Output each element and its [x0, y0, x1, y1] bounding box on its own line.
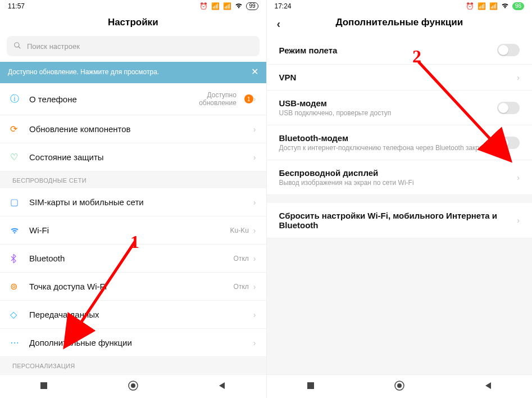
section-personalization: ПЕРСОНАЛИЗАЦИЯ	[0, 357, 266, 374]
alarm-icon: ⏰	[199, 2, 208, 10]
overview-button[interactable]	[40, 382, 48, 392]
row-label: Wi-Fi	[29, 225, 230, 235]
left-screen: 11:57 ⏰ 📶 📶 99 Настройки Поиск настроек …	[0, 0, 266, 398]
row-more-functions[interactable]: ⋯ Дополнительные функции ›	[0, 329, 266, 357]
row-subtitle: Доступ к интернет-подключению телефона ч…	[279, 144, 498, 152]
signal-icon: 📶	[223, 2, 231, 10]
wifi-icon	[501, 2, 509, 10]
wifi-icon	[235, 2, 243, 10]
shield-icon: ♡	[10, 152, 29, 162]
overview-button[interactable]	[307, 382, 315, 392]
right-screen: 17:24 ⏰ 📶 📶 96 ‹ Дополнительные функции …	[266, 0, 533, 398]
row-title: VPN	[279, 73, 517, 82]
chevron-right-icon: ›	[517, 173, 520, 182]
alarm-icon: ⏰	[466, 2, 474, 10]
row-value: Откл	[234, 283, 249, 291]
svg-point-4	[131, 383, 135, 388]
chevron-right-icon: ›	[517, 73, 520, 82]
row-sim[interactable]: ▢ SIM-карты и мобильные сети ›	[0, 188, 266, 216]
signal-icon: 📶	[211, 2, 220, 10]
row-label: Точка доступа Wi-Fi	[29, 282, 234, 291]
row-title: Bluetooth-модем	[279, 133, 498, 143]
annotation-number-1: 1	[130, 232, 139, 252]
section-wireless: БЕСПРОВОДНЫЕ СЕТИ	[0, 171, 266, 188]
home-button[interactable]	[394, 381, 404, 393]
empty-area	[267, 238, 533, 374]
close-icon[interactable]: ✕	[247, 67, 258, 76]
signal-icon: 📶	[489, 2, 498, 10]
chevron-right-icon: ›	[253, 310, 256, 319]
svg-point-7	[397, 383, 402, 388]
row-value: Ku-Ku	[230, 227, 248, 234]
update-icon: ⟳	[10, 124, 29, 134]
row-hotspot[interactable]: ⊚ Точка доступа Wi-Fi Откл ›	[0, 273, 266, 301]
banner-text: Доступно обновление. Нажмите для просмот…	[8, 68, 159, 76]
chevron-right-icon: ›	[253, 94, 256, 103]
row-label: О телефоне	[29, 94, 169, 104]
badge: 1	[244, 94, 253, 103]
search-input[interactable]: Поиск настроек	[7, 36, 260, 56]
navigation-bar	[267, 374, 533, 398]
row-label: Дополнительные функции	[29, 338, 253, 347]
signal-icon: 📶	[478, 2, 486, 10]
row-value: Откл	[234, 255, 249, 263]
row-title: Режим полета	[279, 46, 498, 55]
hotspot-icon: ⊚	[10, 281, 29, 292]
toggle-switch[interactable]	[497, 137, 520, 149]
row-wireless-display[interactable]: Беспроводной дисплей Вывод изображения н…	[267, 160, 533, 195]
row-airplane-mode[interactable]: Режим полета	[267, 36, 533, 65]
update-banner[interactable]: Доступно обновление. Нажмите для просмот…	[0, 62, 266, 83]
row-label: SIM-карты и мобильные сети	[29, 197, 253, 207]
row-security-status[interactable]: ♡ Состояние защиты ›	[0, 143, 266, 171]
svg-line-1	[19, 46, 21, 48]
battery-icon: 99	[246, 2, 258, 10]
chevron-right-icon: ›	[253, 125, 256, 134]
svg-rect-5	[307, 382, 314, 389]
row-title: Беспроводной дисплей	[279, 168, 517, 178]
home-button[interactable]	[128, 381, 138, 393]
status-bar: 17:24 ⏰ 📶 📶 96	[267, 0, 533, 12]
row-bluetooth-modem[interactable]: Bluetooth-модем Доступ к интернет-подклю…	[267, 125, 533, 160]
row-reset-network[interactable]: Сбросить настройки Wi-Fi, мобильного Инт…	[267, 203, 533, 238]
row-data[interactable]: ◇ Передача данных ›	[0, 301, 266, 329]
chevron-right-icon: ›	[253, 153, 256, 162]
battery-icon: 96	[512, 2, 524, 10]
search-icon	[13, 42, 21, 51]
chevron-right-icon: ›	[517, 216, 520, 225]
info-icon: ⓘ	[10, 93, 29, 105]
svg-point-0	[15, 42, 19, 47]
sim-icon: ▢	[10, 197, 29, 207]
row-subtitle: Вывод изображения на экран по сети Wi-Fi	[279, 179, 517, 187]
back-button[interactable]	[484, 382, 492, 392]
row-title: Сбросить настройки Wi-Fi, мобильного Инт…	[279, 211, 517, 230]
chevron-right-icon: ›	[253, 338, 256, 347]
page-title: Настройки	[0, 12, 266, 36]
row-label: Передача данных	[29, 310, 253, 319]
wifi-icon	[10, 227, 29, 234]
chevron-right-icon: ›	[253, 282, 256, 291]
toggle-switch[interactable]	[497, 44, 520, 56]
status-time: 11:57	[8, 2, 25, 10]
row-label: Обновление компонентов	[29, 124, 253, 134]
toggle-switch[interactable]	[497, 102, 520, 114]
row-title: USB-модем	[279, 98, 498, 108]
page-title: Дополнительные функции	[335, 17, 463, 28]
chevron-right-icon: ›	[253, 226, 256, 235]
chevron-right-icon: ›	[253, 254, 256, 263]
status-time: 17:24	[275, 2, 292, 10]
row-component-updates[interactable]: ⟳ Обновление компонентов ›	[0, 115, 266, 143]
section-gap	[267, 195, 533, 203]
svg-rect-2	[40, 382, 47, 389]
chevron-right-icon: ›	[253, 198, 256, 207]
back-button[interactable]	[218, 382, 226, 392]
row-value: Доступно обновление	[169, 91, 237, 107]
row-vpn[interactable]: VPN ›	[267, 65, 533, 91]
row-label: Bluetooth	[29, 254, 234, 263]
navigation-bar	[0, 374, 266, 398]
back-icon[interactable]: ‹	[277, 18, 281, 29]
data-icon: ◇	[10, 309, 29, 320]
page-header: ‹ Дополнительные функции	[267, 12, 533, 36]
row-about-phone[interactable]: ⓘ О телефоне Доступно обновление 1 ›	[0, 83, 266, 115]
row-usb-modem[interactable]: USB-модем USB подключено, проверьте дост…	[267, 91, 533, 125]
annotation-number-2: 2	[412, 46, 421, 67]
